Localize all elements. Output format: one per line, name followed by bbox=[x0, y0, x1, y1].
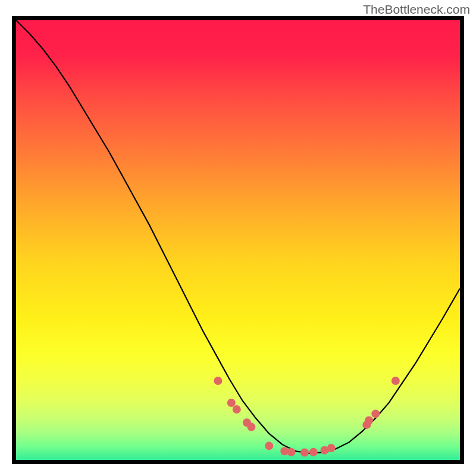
chart-container: TheBottleneck.com bbox=[0, 0, 476, 476]
data-point bbox=[247, 423, 255, 431]
data-point bbox=[265, 441, 273, 450]
data-point bbox=[233, 405, 241, 414]
data-point bbox=[371, 409, 380, 418]
data-point bbox=[300, 448, 309, 456]
data-point bbox=[214, 377, 222, 385]
data-point bbox=[327, 444, 336, 452]
chart-svg bbox=[16, 20, 460, 460]
data-point bbox=[227, 399, 236, 407]
plot-area bbox=[12, 16, 464, 464]
data-point bbox=[287, 448, 296, 456]
data-point bbox=[309, 448, 318, 456]
data-point bbox=[392, 377, 400, 385]
data-point bbox=[365, 416, 373, 424]
watermark-text: TheBottleneck.com bbox=[363, 2, 470, 17]
